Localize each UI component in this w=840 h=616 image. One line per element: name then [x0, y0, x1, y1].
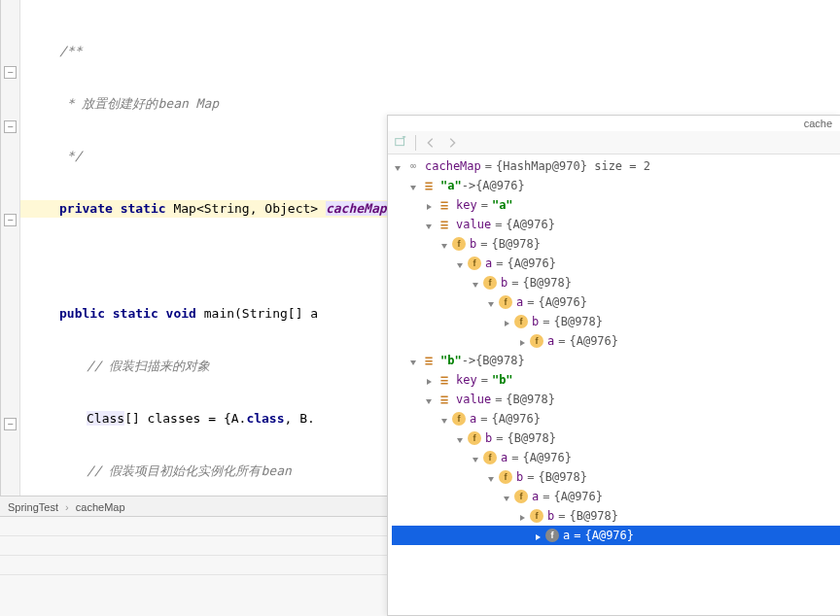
- tree-node[interactable]: fa = {A@976}: [392, 487, 840, 506]
- map-entry-icon: ≡: [421, 178, 437, 193]
- svg-rect-0: [396, 138, 404, 145]
- tree-node[interactable]: fa = {A@976}: [392, 254, 840, 273]
- variable-tree[interactable]: ∞ cacheMap = {HashMap@970} size = 2 ≡ "a…: [392, 156, 840, 615]
- map-entry-icon: ≡: [437, 217, 452, 232]
- tree-node[interactable]: fb = {B@978}: [392, 273, 840, 292]
- tree-root[interactable]: ∞ cacheMap = {HashMap@970} size = 2: [392, 156, 840, 176]
- forward-icon[interactable]: [445, 136, 459, 150]
- field-icon: f: [468, 257, 481, 270]
- tree-entry-a[interactable]: ≡ "a" -> {A@976}: [392, 176, 840, 195]
- tree-node[interactable]: fb = {B@978}: [392, 312, 840, 331]
- code-editor[interactable]: − − − − /** * 放置创建好的bean Map */ private …: [0, 0, 387, 496]
- field-icon: f: [483, 451, 497, 464]
- fold-marker[interactable]: −: [4, 66, 17, 79]
- new-watch-icon[interactable]: [394, 136, 407, 150]
- gutter: − − − −: [1, 0, 20, 496]
- field-icon: f: [483, 276, 497, 290]
- tree-entry-b[interactable]: ≡ "b" -> {B@978}: [392, 351, 840, 370]
- field-icon: f: [499, 470, 512, 484]
- tree-node[interactable]: ≡key = "a": [392, 195, 840, 215]
- tree-node[interactable]: fb = {B@978}: [392, 234, 840, 254]
- crumb-separator: ›: [65, 496, 69, 518]
- field-icon: f: [468, 431, 481, 445]
- map-entry-icon: ≡: [437, 372, 452, 388]
- debug-toolbar: [388, 131, 840, 154]
- tree-node[interactable]: fb = {B@978}: [392, 506, 840, 526]
- tree-node[interactable]: fa = {A@976}: [392, 331, 840, 351]
- field-icon: f: [514, 315, 528, 328]
- field-icon: f: [452, 237, 466, 251]
- debug-variables-panel[interactable]: cache ∞ cacheMap = {HashMap@970} size = …: [387, 115, 840, 616]
- fold-marker[interactable]: −: [4, 418, 17, 430]
- crumb-field[interactable]: cacheMap: [76, 501, 125, 513]
- field-icon: f: [499, 295, 512, 309]
- field-icon: f: [452, 412, 466, 426]
- field-icon: f: [530, 509, 543, 523]
- code-content: /** * 放置创建好的bean Map */ private static M…: [20, 8, 387, 496]
- fold-marker[interactable]: −: [4, 120, 17, 133]
- watch-icon: ∞: [405, 158, 421, 174]
- map-entry-icon: ≡: [437, 197, 452, 213]
- field-icon: f: [545, 529, 559, 542]
- map-entry-icon: ≡: [421, 353, 437, 368]
- crumb-class[interactable]: SpringTest: [8, 501, 58, 513]
- tree-node[interactable]: fa = {A@976}: [392, 448, 840, 467]
- fold-marker[interactable]: −: [4, 214, 17, 226]
- debug-panel-title: cache: [804, 116, 832, 131]
- tree-node-selected[interactable]: fa = {A@976}: [392, 526, 840, 545]
- map-entry-icon: ≡: [437, 392, 452, 407]
- field-icon: f: [530, 334, 543, 348]
- tree-node[interactable]: fa = {A@976}: [392, 292, 840, 312]
- tree-node[interactable]: fa = {A@976}: [392, 409, 840, 428]
- field-icon: f: [514, 490, 528, 503]
- tree-node[interactable]: ≡value = {B@978}: [392, 390, 840, 409]
- tree-node[interactable]: fb = {B@978}: [392, 467, 840, 487]
- tree-node[interactable]: ≡key = "b": [392, 370, 840, 390]
- tree-node[interactable]: ≡value = {A@976}: [392, 215, 840, 234]
- back-icon[interactable]: [424, 136, 438, 150]
- tree-node[interactable]: fb = {B@978}: [392, 428, 840, 448]
